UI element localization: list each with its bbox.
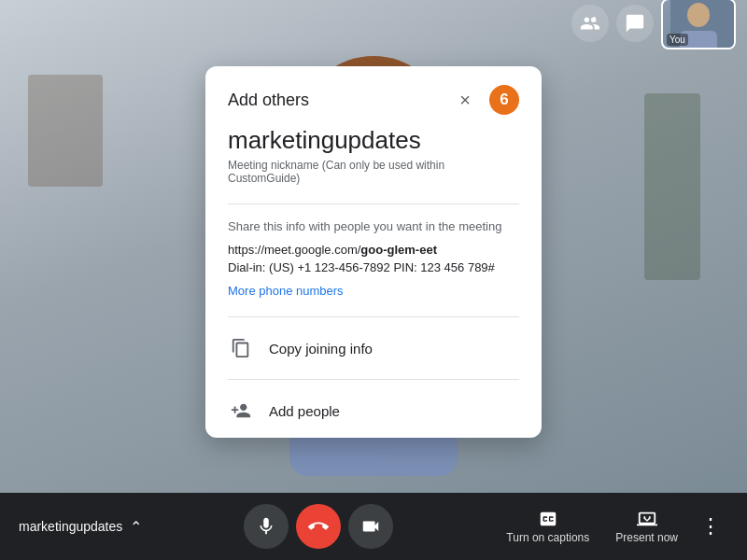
divider-3 — [228, 379, 519, 380]
step-badge: 6 — [489, 85, 519, 115]
captions-button[interactable]: Turn on captions — [495, 505, 600, 548]
meeting-name-display: marketingupdates — [228, 126, 519, 155]
meet-link-bold: goo-glem-eet — [360, 243, 437, 257]
hangup-icon — [308, 516, 329, 537]
dialog-overlay: Add others × 6 marketingupdates Meeting … — [0, 0, 747, 504]
meeting-subtitle: Meeting nickname (Can only be used withi… — [228, 159, 519, 185]
bottom-right-actions: Turn on captions Present now ⋮ — [495, 505, 728, 548]
hangup-button[interactable] — [296, 504, 341, 549]
add-people-row[interactable]: Add people — [228, 391, 519, 430]
dialog-body: marketingupdates Meeting nickname (Can o… — [205, 126, 542, 438]
close-icon: × — [459, 90, 471, 111]
more-phone-numbers-link[interactable]: More phone numbers — [228, 284, 344, 298]
copy-icon — [228, 338, 254, 358]
add-people-label: Add people — [269, 403, 340, 419]
meet-link: https://meet.google.com/goo-glem-eet — [228, 243, 519, 257]
dial-info: Dial-in: (US) +1 123-456-7892 PIN: 123 4… — [228, 260, 519, 274]
add-others-dialog: Add others × 6 marketingupdates Meeting … — [205, 66, 542, 438]
chevron-up-icon: ⌃ — [130, 518, 142, 536]
copy-joining-info-row[interactable]: Copy joining info — [228, 329, 519, 368]
bottom-bar: marketingupdates ⌃ Turn on captions — [0, 493, 747, 560]
divider-2 — [228, 316, 519, 317]
dialog-title: Add others — [228, 91, 309, 110]
present-icon — [637, 509, 657, 529]
microphone-button[interactable] — [244, 504, 289, 549]
share-info-title: Share this info with people you want in … — [228, 219, 519, 233]
meeting-name-bottom: marketingupdates ⌃ — [19, 518, 142, 536]
more-options-button[interactable]: ⋮ — [693, 514, 728, 539]
captions-label: Turn on captions — [506, 531, 589, 544]
share-info-section: Share this info with people you want in … — [228, 219, 519, 301]
bottom-controls — [244, 504, 393, 549]
bottom-meeting-name: marketingupdates — [19, 519, 122, 534]
mic-icon — [256, 516, 276, 537]
add-person-icon — [228, 400, 254, 421]
dialog-close-area: × 6 — [450, 85, 519, 115]
divider-1 — [228, 203, 519, 204]
copy-joining-info-label: Copy joining info — [269, 341, 373, 357]
close-button[interactable]: × — [450, 85, 480, 115]
camera-icon — [360, 516, 381, 537]
captions-icon — [538, 509, 558, 529]
present-now-label: Present now — [615, 531, 678, 544]
present-now-button[interactable]: Present now — [604, 505, 689, 548]
meet-link-prefix: https://meet.google.com/ — [228, 243, 360, 257]
dialog-header: Add others × 6 — [205, 66, 542, 126]
camera-button[interactable] — [348, 504, 393, 549]
more-icon: ⋮ — [700, 514, 721, 539]
